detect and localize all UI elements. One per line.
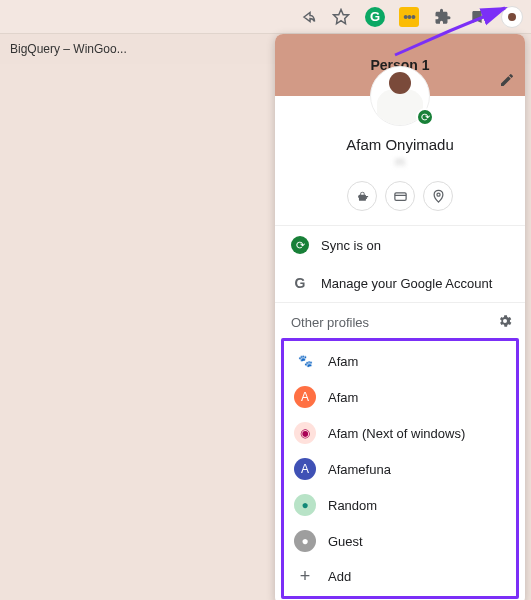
profile-item[interactable]: ◉Afam (Next of windows) (284, 415, 516, 451)
other-profiles-header: Other profiles (275, 303, 525, 338)
profile-avatar-icon: ● (294, 494, 316, 516)
profile-item-label: Guest (328, 534, 363, 549)
svg-marker-0 (334, 9, 349, 23)
share-icon[interactable] (297, 7, 317, 27)
google-icon: G (291, 274, 309, 292)
profile-item[interactable]: AAfam (284, 379, 516, 415)
addresses-icon[interactable] (423, 181, 453, 211)
profile-avatar-icon: 🐾 (294, 350, 316, 372)
sync-row[interactable]: ⟳ Sync is on (275, 226, 525, 264)
profile-panel: Person 1 ⟳ Afam Onyimadu m ⟳ Sync is on … (275, 34, 525, 600)
profile-item-label: Afam (328, 354, 358, 369)
profile-email: m (275, 155, 525, 169)
add-label: Add (328, 569, 351, 584)
profile-item[interactable]: ●Random (284, 487, 516, 523)
action-icons (275, 181, 525, 211)
browser-tab[interactable]: BigQuery – WinGoo... (10, 42, 127, 56)
svg-point-1 (358, 194, 362, 198)
gear-icon[interactable] (497, 313, 513, 332)
profile-avatar-icon: A (294, 386, 316, 408)
extension-grammarly-icon[interactable]: G (365, 7, 385, 27)
profile-item[interactable]: ●Guest (284, 523, 516, 559)
avatar-wrap: ⟳ (275, 66, 525, 126)
profile-item-label: Afamefuna (328, 462, 391, 477)
sync-icon: ⟳ (291, 236, 309, 254)
star-icon[interactable] (331, 7, 351, 27)
profile-avatar-icon: ◉ (294, 422, 316, 444)
profile-item-label: Afam (Next of windows) (328, 426, 465, 441)
profile-item[interactable]: AAfamefuna (284, 451, 516, 487)
sync-badge-icon: ⟳ (416, 108, 434, 126)
profile-avatar-icon: A (294, 458, 316, 480)
profile-item-label: Random (328, 498, 377, 513)
add-profile-button[interactable]: +Add (284, 559, 516, 594)
manage-account-row[interactable]: G Manage your Google Account (275, 264, 525, 302)
svg-point-4 (436, 193, 439, 196)
toolbar: G ••• (0, 0, 531, 34)
svg-rect-2 (394, 192, 405, 200)
passwords-icon[interactable] (347, 181, 377, 211)
manage-account-label: Manage your Google Account (321, 276, 492, 291)
profile-item[interactable]: 🐾Afam (284, 343, 516, 379)
sync-label: Sync is on (321, 238, 381, 253)
profile-item-label: Afam (328, 390, 358, 405)
plus-icon: + (294, 566, 316, 587)
extensions-icon[interactable] (433, 7, 453, 27)
payment-icon[interactable] (385, 181, 415, 211)
profile-list: 🐾AfamAAfam◉Afam (Next of windows)AAfamef… (281, 338, 519, 599)
other-profiles-label: Other profiles (291, 315, 369, 330)
profile-avatar-button[interactable] (501, 6, 523, 28)
profile-avatar-icon: ● (294, 530, 316, 552)
profile-name: Afam Onyimadu (275, 136, 525, 153)
bookmark-icon[interactable] (467, 7, 487, 27)
extension-yellow-icon[interactable]: ••• (399, 7, 419, 27)
